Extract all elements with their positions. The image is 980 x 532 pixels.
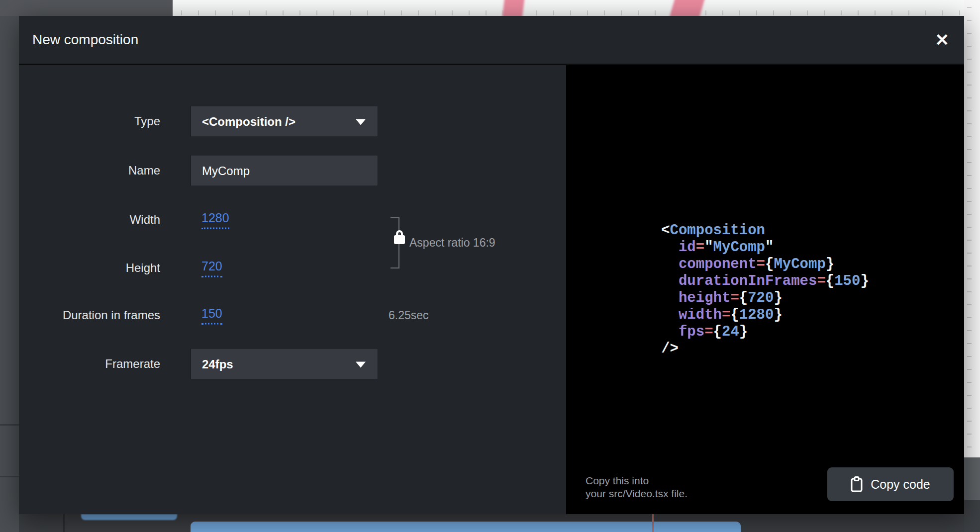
name-input-value: MyComp bbox=[191, 164, 250, 177]
name-input[interactable]: MyComp bbox=[191, 155, 378, 186]
background-corner bbox=[964, 500, 980, 532]
type-dropdown-value: <Composition /> bbox=[191, 114, 295, 128]
copy-hint-line: Copy this into bbox=[586, 474, 687, 487]
divider bbox=[0, 476, 19, 477]
timeline-playhead bbox=[652, 514, 654, 532]
remotion-studio-screen: New composition ✕ Type <Composition /> N… bbox=[0, 0, 980, 532]
clipboard-icon bbox=[851, 476, 863, 492]
timeline-item-small bbox=[81, 514, 177, 520]
copy-hint-line: your src/Video.tsx file. bbox=[586, 487, 687, 500]
background-top-ruler bbox=[0, 0, 980, 16]
copy-code-label: Copy code bbox=[871, 477, 930, 492]
code-preview-panel: <Composition id="MyComp" component={MyCo… bbox=[566, 65, 964, 514]
duration-label: Duration in frames bbox=[19, 308, 160, 322]
background-timeline bbox=[19, 514, 964, 532]
type-label: Type bbox=[19, 114, 160, 128]
copy-hint: Copy this into your src/Video.tsx file. bbox=[586, 474, 687, 500]
background-right-ruler bbox=[964, 0, 980, 532]
height-value-link[interactable]: 720 bbox=[201, 259, 222, 277]
chevron-down-icon bbox=[356, 361, 366, 367]
framerate-label: Framerate bbox=[19, 357, 160, 371]
width-label: Width bbox=[19, 213, 160, 227]
type-dropdown[interactable]: <Composition /> bbox=[191, 106, 378, 137]
framerate-dropdown-value: 24fps bbox=[191, 357, 233, 371]
chevron-down-icon bbox=[356, 119, 366, 125]
scrollbar-thumb bbox=[964, 457, 980, 500]
duration-seconds: 6.25sec bbox=[389, 309, 429, 322]
composition-form: Type <Composition /> Name MyComp Width 1… bbox=[19, 65, 566, 514]
timeline-track-bar bbox=[191, 522, 741, 532]
close-icon[interactable]: ✕ bbox=[935, 16, 950, 64]
copy-code-button[interactable]: Copy code bbox=[827, 467, 954, 501]
divider bbox=[0, 424, 19, 426]
code-snippet: <Composition id="MyComp" component={MyCo… bbox=[661, 222, 869, 357]
background-left-block bbox=[0, 0, 173, 16]
logo-stripe-icon bbox=[667, 0, 707, 16]
dialog-header: New composition ✕ bbox=[19, 16, 964, 65]
dialog-title: New composition bbox=[32, 16, 138, 64]
divider bbox=[63, 514, 65, 532]
height-label: Height bbox=[19, 261, 160, 275]
background-left-panel bbox=[0, 16, 19, 532]
lock-icon[interactable] bbox=[394, 230, 405, 245]
framerate-dropdown[interactable]: 24fps bbox=[191, 349, 378, 380]
new-composition-dialog: New composition ✕ Type <Composition /> N… bbox=[19, 16, 964, 514]
duration-value-link[interactable]: 150 bbox=[201, 306, 222, 325]
aspect-ratio-label: Aspect ratio 16:9 bbox=[409, 236, 495, 250]
name-label: Name bbox=[19, 164, 160, 177]
logo-stripe-icon bbox=[501, 0, 525, 16]
width-value-link[interactable]: 1280 bbox=[201, 211, 229, 229]
